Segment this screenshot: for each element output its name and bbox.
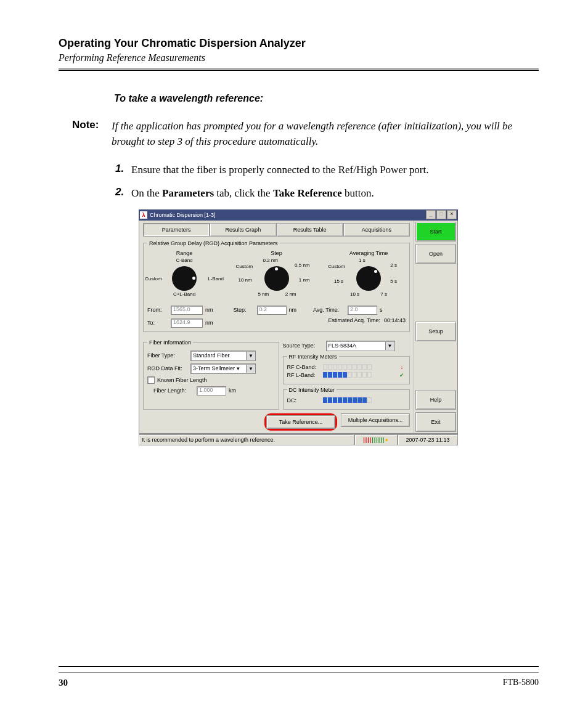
rgd-fit-label: RGD Data Fit: (147, 365, 190, 371)
start-button[interactable]: Start (415, 222, 456, 241)
open-button[interactable]: Open (415, 244, 456, 264)
page-number: 30 (59, 678, 68, 688)
status-message: It is recommended to perform a wavelengt… (139, 434, 354, 445)
window-title: Chromatic Dispersion [1-3] (150, 212, 216, 218)
range-title: Range (147, 250, 221, 256)
note-label: Note: (72, 119, 112, 149)
rgd-fieldset: Relative Group Delay (RGD) Acquisition P… (143, 240, 410, 332)
unit: nm (289, 307, 297, 313)
step-text: On the Parameters tab, click the Take Re… (131, 186, 374, 201)
step-label: Step: (234, 307, 257, 313)
fiber-length-label: Fiber Length: (147, 387, 197, 394)
divider (59, 70, 539, 71)
tick-label: Custom (328, 264, 345, 269)
avg-dial[interactable] (356, 266, 381, 291)
status-time: 2007-07-23 11:13 (398, 434, 458, 445)
maximize-button[interactable]: □ (436, 210, 446, 219)
chevron-down-icon: ▼ (385, 342, 394, 350)
model-number: FTB-5800 (503, 678, 539, 688)
dc-meter (323, 397, 399, 403)
tick-label: 5 nm (258, 291, 269, 297)
step-field[interactable]: 0.2 (257, 306, 287, 315)
tick-label: 10 nm (239, 277, 252, 283)
from-label: From: (147, 307, 171, 313)
source-type-label: Source Type: (283, 343, 326, 349)
status-indicator: ||||||||||● (354, 434, 398, 445)
unit: s (380, 307, 383, 313)
est-value: 00:14:43 (384, 317, 406, 323)
tick-label: 10 s (350, 291, 359, 297)
to-field[interactable]: 1624.9 (171, 318, 203, 328)
dc-meter-fieldset: DC Intensity Meter DC: (283, 387, 410, 410)
unit: nm (205, 320, 213, 326)
divider (59, 68, 539, 69)
rf-lband-label: RF L-Band: (287, 372, 323, 378)
from-field[interactable]: 1565.0 (171, 306, 203, 315)
est-label: Estimated Acq. Time: (328, 317, 380, 323)
check-icon: ✓ (398, 372, 406, 378)
tick-label: 0.5 nm (295, 262, 309, 268)
step-dial[interactable] (264, 266, 289, 291)
tick-label: 5 s (390, 278, 397, 284)
divider (59, 672, 539, 673)
tab-acquisitions[interactable]: Acquisitions (343, 223, 410, 237)
tick-label: 2 s (390, 262, 397, 268)
close-button[interactable]: × (447, 210, 457, 219)
rf-cband-meter (323, 364, 399, 370)
range-dial[interactable] (172, 266, 197, 291)
tick-label: 1 nm (299, 277, 310, 283)
rgd-legend: Relative Group Delay (RGD) Acquisition P… (147, 240, 280, 246)
text-bold: Parameters (162, 187, 214, 199)
rf-meters-fieldset: RF Intensity Meters RF C-Band: ↓ RF L-Ba… (283, 354, 410, 384)
app-icon: λ (140, 211, 147, 219)
unit: nm (205, 307, 213, 313)
app-screenshot: λ Chromatic Dispersion [1-3] _ □ × Param… (139, 209, 458, 445)
known-length-label: Known Fiber Length (157, 377, 207, 383)
chevron-down-icon: ▼ (246, 365, 255, 373)
tab-parameters[interactable]: Parameters (143, 223, 210, 237)
step-number: 2. (115, 186, 131, 201)
tick-label: L-Band (208, 276, 224, 282)
minimize-button[interactable]: _ (426, 210, 436, 219)
rgd-fit-select[interactable]: 3-Term Sellmeier ▾▼ (190, 363, 256, 374)
fiber-type-label: Fiber Type: (147, 352, 190, 359)
multiple-acquisitions-button[interactable]: Multiple Acquisitions... (341, 413, 410, 427)
dc-meter-legend: DC Intensity Meter (287, 387, 337, 393)
divider (59, 666, 539, 667)
tick-label: Custom (145, 276, 162, 282)
tab-results-table[interactable]: Results Table (277, 223, 343, 237)
dc-label: DC: (287, 397, 323, 404)
fiber-type-select[interactable]: Standard Fiber▼ (190, 351, 256, 361)
highlight-annotation: Take Reference... (264, 413, 337, 431)
tick-label: 7 s (380, 291, 387, 297)
fiber-fieldset: Fiber Information Fiber Type: Standard F… (143, 339, 279, 410)
tick-label: 0.2 nm (263, 258, 278, 263)
take-reference-button[interactable]: Take Reference... (266, 415, 335, 429)
chapter-title: Operating Your Chromatic Dispersion Anal… (59, 37, 539, 50)
help-button[interactable]: Help (415, 390, 456, 410)
window-titlebar: λ Chromatic Dispersion [1-3] _ □ × (139, 209, 458, 221)
step-number: 1. (115, 163, 131, 177)
unit: km (229, 387, 236, 394)
tick-label: C-Band (176, 258, 192, 263)
step-text: Ensure that the fiber is properly connec… (131, 163, 428, 177)
setup-button[interactable]: Setup (415, 322, 456, 341)
avg-title: Averaging Time (332, 250, 406, 256)
exit-button[interactable]: Exit (415, 412, 456, 432)
fiber-length-field[interactable]: 1.000 (197, 386, 226, 396)
procedure-heading: To take a wavelength reference: (114, 93, 539, 104)
text: On the (131, 187, 162, 199)
to-label: To: (147, 320, 171, 326)
known-length-checkbox[interactable] (147, 376, 155, 384)
source-type-select[interactable]: FLS-5834A▼ (326, 341, 395, 351)
tab-results-graph[interactable]: Results Graph (210, 223, 276, 237)
text-bold: Take Reference (273, 187, 342, 199)
avg-time-label: Avg. Time: (313, 307, 348, 313)
section-title: Performing Reference Measurements (59, 52, 539, 63)
avg-time-field[interactable]: 2.0 (348, 306, 377, 315)
tick-label: Custom (236, 264, 253, 269)
tick-label: 1 s (359, 258, 365, 263)
tick-label: 15 s (334, 278, 343, 284)
step-title: Step (240, 250, 314, 256)
text: tab, click the (214, 187, 273, 199)
